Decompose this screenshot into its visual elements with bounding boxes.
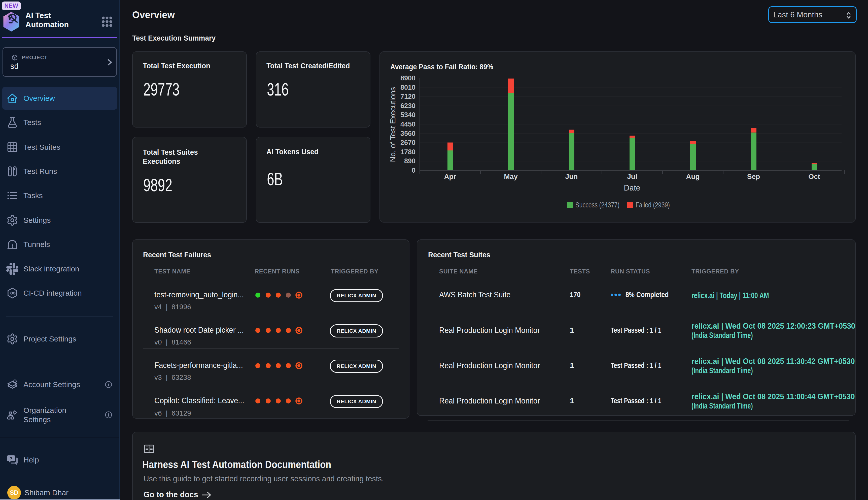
svg-text:7120: 7120 bbox=[400, 93, 415, 100]
svg-text:Failed (2939): Failed (2939) bbox=[636, 201, 670, 209]
svg-text:Aug: Aug bbox=[686, 173, 700, 180]
svg-text:8900: 8900 bbox=[400, 74, 415, 82]
svg-text:1780: 1780 bbox=[400, 148, 415, 156]
svg-text:Date: Date bbox=[624, 183, 640, 192]
svg-text:6230: 6230 bbox=[400, 102, 415, 110]
svg-text:May: May bbox=[504, 173, 518, 180]
svg-text:No. of Test Executions: No. of Test Executions bbox=[389, 87, 397, 162]
svg-text:3560: 3560 bbox=[400, 130, 415, 137]
svg-text:4450: 4450 bbox=[400, 121, 415, 128]
svg-text:?: ? bbox=[10, 456, 12, 461]
svg-text:8010: 8010 bbox=[400, 84, 415, 91]
svg-text:Success (24377): Success (24377) bbox=[575, 201, 620, 209]
svg-text:5340: 5340 bbox=[400, 111, 415, 119]
svg-text:Apr: Apr bbox=[444, 173, 456, 180]
svg-text:890: 890 bbox=[404, 157, 415, 165]
svg-text:0: 0 bbox=[412, 167, 415, 174]
svg-text:Oct: Oct bbox=[808, 173, 820, 180]
svg-text:Jul: Jul bbox=[627, 173, 637, 180]
svg-text:2670: 2670 bbox=[400, 139, 415, 146]
svg-text:Sep: Sep bbox=[747, 173, 760, 180]
svg-text:Jun: Jun bbox=[565, 173, 578, 180]
